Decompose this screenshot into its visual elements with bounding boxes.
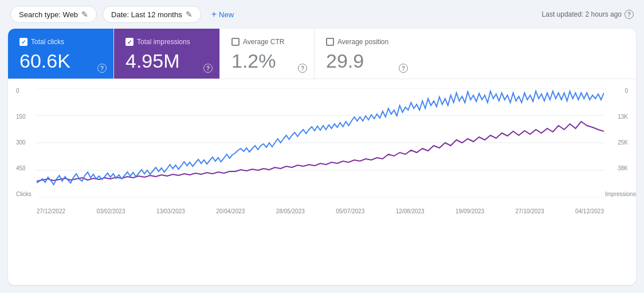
y-right-label-0: Impressions: [605, 192, 628, 197]
average-position-help: ?: [399, 64, 408, 73]
average-position-label-row: Average position: [326, 38, 403, 46]
edit-date-icon: ✎: [186, 10, 193, 19]
total-clicks-help-icon[interactable]: ?: [97, 64, 107, 73]
total-clicks-label: Total clicks: [31, 38, 64, 46]
clicks-line: [37, 91, 604, 185]
search-type-filter[interactable]: Search type: Web ✎: [10, 6, 97, 23]
average-ctr-value: 1.2%: [231, 50, 303, 72]
x-label-9: 04/12/2023: [575, 208, 604, 214]
average-position-help-icon[interactable]: ?: [399, 64, 408, 73]
y-right-25k: 25K: [605, 140, 628, 146]
total-impressions-checkbox[interactable]: ✓: [125, 38, 133, 46]
total-clicks-help: ?: [97, 64, 107, 73]
y-left-300: 300: [16, 140, 36, 146]
average-ctr-label-row: Average CTR: [231, 38, 303, 46]
date-filter[interactable]: Date: Last 12 months ✎: [103, 6, 201, 23]
search-type-label: Search type: Web: [19, 10, 78, 19]
new-label: New: [219, 10, 234, 19]
average-position-checkbox[interactable]: [326, 38, 334, 46]
total-impressions-label: Total impressions: [137, 38, 190, 46]
total-clicks-value: 60.6K: [19, 50, 102, 72]
total-impressions-value: 4.95M: [125, 50, 208, 72]
y-right-0: 0: [605, 88, 628, 94]
metric-total-impressions[interactable]: ✓ Total impressions 4.95M ?: [114, 29, 220, 79]
new-filter-button[interactable]: + New: [207, 6, 238, 23]
metrics-row: ✓ Total clicks 60.6K ? ✓ Total impressio…: [8, 29, 636, 79]
plus-icon: +: [211, 9, 217, 19]
last-updated: Last updated: 2 hours ago ?: [542, 10, 634, 19]
chart-container: Clicks 450 300 150 0 Impressions 38K 25K…: [16, 88, 628, 214]
y-left-label-0: Clicks: [16, 192, 36, 197]
total-impressions-help: ?: [203, 64, 213, 73]
x-label-4: 28/05/2023: [276, 208, 305, 214]
metric-average-position[interactable]: Average position 29.9 ?: [315, 29, 415, 79]
chart-svg: [37, 88, 604, 197]
y-axis-left: Clicks 450 300 150 0: [16, 88, 36, 197]
y-right-38k: 38K: [605, 166, 628, 171]
total-clicks-checkbox[interactable]: ✓: [19, 38, 28, 46]
date-label: Date: Last 12 months: [111, 10, 182, 19]
x-label-2: 13/03/2023: [156, 208, 185, 214]
x-label-0: 27/12/2022: [37, 208, 65, 214]
x-label-7: 19/09/2023: [455, 208, 484, 214]
last-updated-text: Last updated: 2 hours ago: [542, 10, 622, 18]
average-ctr-help-icon[interactable]: ?: [298, 64, 307, 73]
x-label-8: 27/10/2023: [516, 208, 544, 214]
metric-average-ctr[interactable]: Average CTR 1.2% ?: [220, 29, 315, 79]
total-impressions-label-row: ✓ Total impressions: [125, 38, 208, 46]
metric-total-clicks[interactable]: ✓ Total clicks 60.6K ?: [8, 29, 114, 79]
x-label-3: 20/04/2023: [216, 208, 245, 214]
last-updated-help-icon[interactable]: ?: [625, 10, 634, 19]
top-bar: Search type: Web ✎ Date: Last 12 months …: [0, 0, 644, 29]
y-axis-right: Impressions 38K 25K 13K 0: [605, 88, 628, 197]
x-label-1: 03/02/2023: [96, 208, 125, 214]
total-clicks-label-row: ✓ Total clicks: [19, 38, 102, 46]
average-ctr-help: ?: [298, 64, 307, 73]
average-position-value: 29.9: [326, 50, 403, 72]
average-ctr-checkbox[interactable]: [231, 38, 239, 46]
y-left-150: 150: [16, 114, 36, 120]
y-right-13k: 13K: [605, 114, 628, 120]
x-label-6: 12/08/2023: [396, 208, 425, 214]
y-left-0: 0: [16, 88, 36, 94]
edit-search-type-icon: ✎: [81, 10, 88, 19]
average-position-label: Average position: [337, 38, 388, 46]
total-impressions-help-icon[interactable]: ?: [203, 64, 213, 73]
x-axis: 27/12/2022 03/02/2023 13/03/2023 20/04/2…: [37, 198, 604, 214]
y-left-450: 450: [16, 166, 36, 171]
main-content: ✓ Total clicks 60.6K ? ✓ Total impressio…: [8, 29, 636, 285]
chart-area: Clicks 450 300 150 0 Impressions 38K 25K…: [8, 79, 636, 220]
average-ctr-label: Average CTR: [243, 38, 284, 46]
x-label-5: 05/07/2023: [336, 208, 364, 214]
